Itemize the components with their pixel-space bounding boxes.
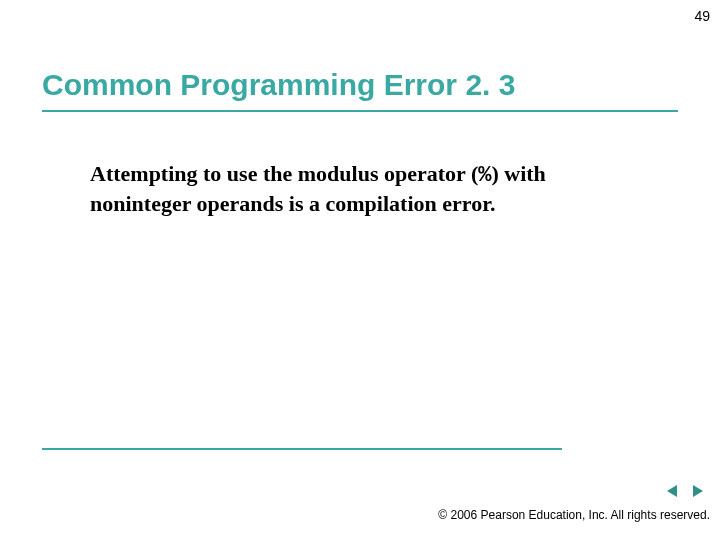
- bottom-rule: [42, 448, 562, 450]
- slide-nav: [664, 482, 706, 500]
- next-slide-button[interactable]: [688, 482, 706, 500]
- copyright-footer: © 2006 Pearson Education, Inc. All right…: [10, 508, 710, 522]
- page-number: 49: [694, 8, 710, 24]
- prev-slide-button[interactable]: [664, 482, 682, 500]
- slide-title: Common Programming Error 2. 3: [42, 68, 690, 112]
- slide-body: Attempting to use the modulus operator (…: [90, 160, 650, 217]
- title-rule: [42, 110, 678, 112]
- slide: 49 Common Programming Error 2. 3 Attempt…: [0, 0, 720, 540]
- modulus-operator-symbol: %: [478, 163, 491, 188]
- body-text-pre: Attempting to use the modulus operator (: [90, 161, 478, 186]
- triangle-left-icon: [665, 483, 681, 499]
- svg-marker-0: [667, 485, 677, 497]
- svg-marker-1: [693, 485, 703, 497]
- triangle-right-icon: [689, 483, 705, 499]
